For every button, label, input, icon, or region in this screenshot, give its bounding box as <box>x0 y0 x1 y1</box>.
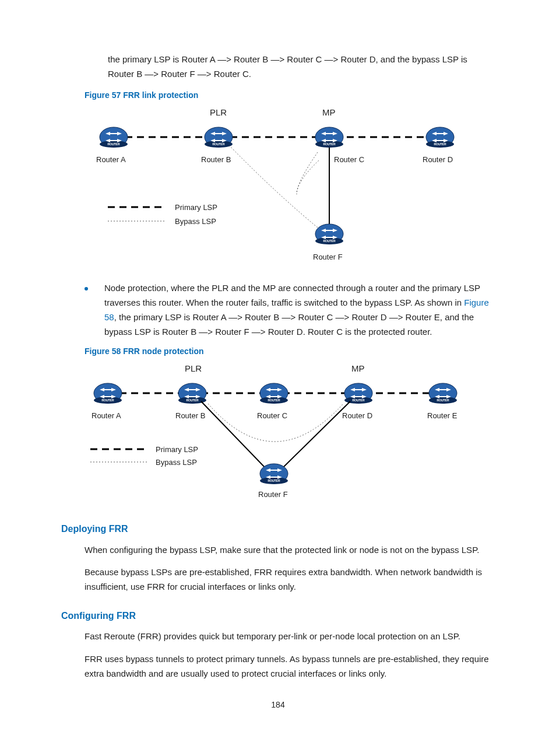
svg-text:Router C: Router C <box>257 411 287 420</box>
deploy-paragraph-2: Because bypass LSPs are pre-established,… <box>85 565 495 594</box>
svg-text:Router D: Router D <box>423 155 453 164</box>
figure-57-caption: Figure 57 FRR link protection <box>85 89 495 102</box>
page-number: 184 <box>61 698 495 712</box>
plr-label: PLR <box>210 107 227 117</box>
svg-text:PLR: PLR <box>185 363 202 373</box>
mp-label: MP <box>322 107 336 117</box>
svg-text:Router A: Router A <box>92 411 121 420</box>
svg-text:Router D: Router D <box>342 411 372 420</box>
svg-text:Router A: Router A <box>96 155 126 164</box>
config-paragraph-1: Fast Reroute (FRR) provides quick but te… <box>85 629 495 644</box>
bullet-icon <box>85 287 88 290</box>
node-protection-paragraph: Node protection, where the PLR and the M… <box>104 281 495 339</box>
figure-58-diagram: PLR MP Router A Router B Router C Router… <box>85 363 495 508</box>
svg-text:Router F: Router F <box>313 253 343 261</box>
configuring-frr-heading: Configuring FRR <box>61 608 495 624</box>
svg-text:Primary LSP: Primary LSP <box>156 445 198 454</box>
svg-text:Router E: Router E <box>427 411 458 420</box>
svg-text:Router F: Router F <box>258 490 288 499</box>
svg-line-23 <box>281 401 350 469</box>
svg-text:MP: MP <box>351 363 365 373</box>
svg-text:Bypass LSP: Bypass LSP <box>175 217 216 226</box>
svg-text:Router C: Router C <box>334 155 364 164</box>
svg-text:Router B: Router B <box>201 155 231 164</box>
figure-57-diagram: ROUTER PLR MP Router A Router B Router C <box>85 107 495 269</box>
svg-text:Router B: Router B <box>175 411 205 420</box>
svg-text:Primary LSP: Primary LSP <box>175 203 217 212</box>
svg-text:Bypass LSP: Bypass LSP <box>156 458 197 467</box>
figure-58-caption: Figure 58 FRR node protection <box>85 345 495 358</box>
intro-paragraph: the primary LSP is Router A —> Router B … <box>108 52 495 82</box>
deploy-paragraph-1: When configuring the bypass LSP, make su… <box>85 543 495 558</box>
config-paragraph-2: FRR uses bypass tunnels to protect prima… <box>85 652 495 681</box>
deploying-frr-heading: Deploying FRR <box>61 522 495 537</box>
